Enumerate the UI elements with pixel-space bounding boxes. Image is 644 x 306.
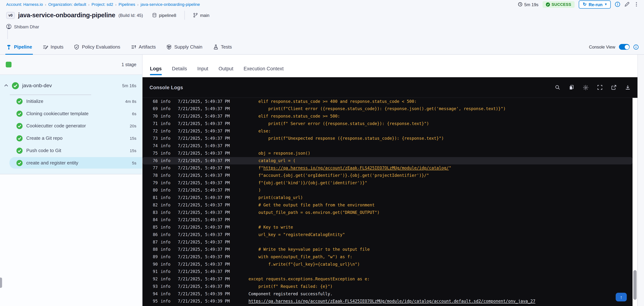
pipeline-title-block: v0 java-service-onboarding-pipeline (Bui…: [0, 8, 644, 40]
log-message: obj = response.json(): [248, 150, 310, 157]
info-icon[interactable]: [615, 2, 620, 7]
detail-tab-output[interactable]: Output: [218, 66, 234, 71]
step-row-create-and-register-entity[interactable]: create and register entity5s: [0, 157, 142, 169]
log-row: 76info7/21/2025, 5:49:37 PM catalog_url …: [142, 157, 632, 164]
page-title: java-service-onboarding-pipeline: [18, 12, 115, 19]
console-scrollbar[interactable]: [632, 98, 638, 306]
search-icon[interactable]: [555, 85, 560, 90]
log-timestamp: 7/21/2025, 5:49:37 PM: [178, 150, 232, 157]
breadcrumb-link[interactable]: java-service-onboarding-pipeline: [140, 2, 200, 7]
tab-policy-evaluations[interactable]: Policy Evaluations: [74, 40, 120, 54]
step-duration: 20s: [130, 124, 136, 128]
rerun-refresh-icon: ↻: [583, 2, 587, 7]
copy-icon[interactable]: [569, 85, 574, 90]
repository-icon: [152, 13, 157, 18]
edit-pencil-icon[interactable]: [624, 2, 630, 7]
breadcrumb-separator: ›: [45, 2, 46, 6]
log-line-number: 74: [150, 142, 158, 150]
step-row-push-code-to-git[interactable]: Push code to Git15s: [0, 144, 142, 157]
log-line-number: 71: [150, 120, 158, 128]
detail-tab-execution-context[interactable]: Execution Context: [244, 66, 284, 71]
stage-count-label: 1 stage: [122, 62, 136, 67]
step-row-create-a-git-repo[interactable]: Create a Git repo15s: [0, 132, 142, 144]
tab-tests[interactable]: Tests: [213, 40, 232, 54]
log-line-number: 95: [150, 298, 158, 305]
repo-name[interactable]: pipeline8: [159, 13, 176, 18]
log-message: else:: [248, 127, 271, 135]
step-success-icon: [16, 123, 23, 129]
log-message: print(f" Request failed: {e}"): [248, 283, 332, 290]
step-row-initialize[interactable]: Initialize4m 8s: [0, 95, 142, 107]
log-timestamp: 7/21/2025, 5:49:37 PM: [178, 142, 232, 150]
connector-line: [8, 28, 8, 39]
log-level: info: [161, 283, 173, 290]
log-row: 75info7/21/2025, 5:49:37 PM obj = respon…: [142, 150, 632, 157]
console-view-toggle[interactable]: [619, 44, 630, 50]
breadcrumb-link[interactable]: Pipelines: [118, 2, 135, 7]
left-edge-handle[interactable]: [0, 277, 2, 288]
log-list[interactable]: 68info7/21/2025, 5:49:37 PM elif respons…: [142, 98, 632, 306]
log-level: info: [161, 209, 173, 216]
log-row: 88info7/21/2025, 5:49:37 PM # Write the …: [142, 246, 632, 253]
log-text: f"account.{obj.get('orgIdentifier')}.{ob…: [248, 173, 429, 178]
log-message: with open(output_file_path, "w") as f:: [248, 253, 352, 261]
kebab-menu-icon[interactable]: [634, 2, 639, 7]
log-text: ): [248, 188, 261, 192]
arrow-up-icon: ↑: [620, 294, 622, 300]
log-message: elif response.status_code >= 400 and res…: [248, 98, 416, 105]
log-message: output_file_path = os.environ.get("DRONE…: [248, 209, 380, 216]
log-message: ): [248, 187, 261, 194]
log-row: 81info7/21/2025, 5:49:37 PM print(catalo…: [142, 194, 632, 201]
breadcrumb-separator: ›: [137, 2, 138, 6]
tab-label: Artifacts: [139, 44, 156, 49]
log-timestamp: 7/21/2025, 5:49:37 PM: [178, 120, 232, 128]
fullscreen-icon[interactable]: [597, 85, 602, 90]
log-link[interactable]: https://qa.harness.io/ng/account/zEaak-F…: [263, 166, 449, 170]
open-new-icon[interactable]: [611, 85, 616, 90]
console-toolbar: [555, 85, 630, 90]
log-timestamp: 7/21/2025, 5:49:37 PM: [178, 238, 232, 246]
log-row: 91info7/21/2025, 5:49:37 PM: [142, 268, 632, 275]
tab-supply-chain[interactable]: Supply Chain: [166, 40, 202, 54]
tab-artifacts[interactable]: Artifacts: [131, 40, 156, 54]
tab-inputs[interactable]: Inputs: [43, 40, 64, 54]
log-message: except requests.exceptions.RequestExcept…: [248, 275, 370, 283]
tab-label: Policy Evaluations: [82, 44, 120, 49]
detail-tab-input[interactable]: Input: [197, 66, 208, 71]
breadcrumb-link[interactable]: Account: Harness.io: [6, 2, 43, 7]
step-duration: 5s: [132, 161, 136, 165]
step-row-cloning-cookiecutter-template[interactable]: Cloning cookiecutter template6s: [0, 107, 142, 120]
tab-pipeline[interactable]: Pipeline: [6, 40, 32, 54]
detail-tab-details[interactable]: Details: [172, 66, 187, 71]
chevron-up-icon[interactable]: [4, 83, 8, 88]
console-view-info-icon[interactable]: [633, 44, 638, 50]
step-label: Cookiecutter code generator: [26, 123, 86, 128]
log-row: 80info7/21/2025, 5:49:37 PM ): [142, 187, 632, 194]
repo-meta: pipeline8: [152, 13, 176, 18]
log-link[interactable]: https://qa.harness.io/ng/account/zEaak-F…: [248, 299, 535, 303]
execution-detail-panel: LogsDetailsInputOutputExecution Context …: [142, 55, 638, 306]
stage-row[interactable]: java-onb-dev 5m 16s: [0, 77, 142, 95]
log-message: print(f"Unexpected response ({response.s…: [248, 135, 444, 142]
rerun-button[interactable]: ↻ Re-run ▾: [579, 0, 611, 8]
policy-icon: [74, 44, 79, 50]
scroll-to-top-button[interactable]: ↑: [616, 293, 627, 301]
step-duration: 4m 8s: [125, 99, 136, 103]
detail-tab-logs[interactable]: Logs: [150, 66, 162, 71]
breadcrumb-link[interactable]: Project: sd2: [92, 2, 113, 7]
log-timestamp: 7/21/2025, 5:49:37 PM: [178, 268, 232, 275]
settings-icon[interactable]: [583, 85, 589, 90]
download-icon[interactable]: [625, 85, 630, 90]
log-message: f"{obj.get('kind')}/{obj.get('identifier…: [248, 179, 367, 187]
log-level: info: [161, 105, 173, 113]
log-row: 74info7/21/2025, 5:49:37 PM: [142, 142, 632, 150]
log-line-number: 69: [150, 105, 158, 113]
breadcrumb-bar: Account: Harness.io›Organization: defaul…: [0, 0, 644, 8]
step-row-cookiecutter-code-generator[interactable]: Cookiecutter code generator20s: [0, 120, 142, 132]
log-level: info: [161, 142, 173, 150]
breadcrumb-link[interactable]: Organization: default: [48, 2, 86, 7]
scrollbar-thumb[interactable]: [633, 270, 636, 300]
log-text: f.write(f"{url_key}={catalog_url}\n"): [248, 262, 360, 266]
page-scrollbar-strip[interactable]: [638, 55, 644, 306]
branch-name[interactable]: main: [200, 13, 210, 18]
